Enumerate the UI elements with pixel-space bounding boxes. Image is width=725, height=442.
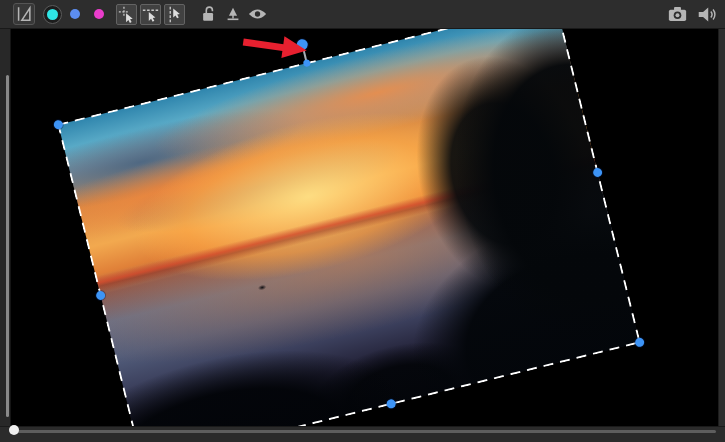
app-window <box>0 0 725 442</box>
snap-vertical-button[interactable] <box>164 4 185 25</box>
arrow-head-icon <box>281 36 308 61</box>
flip-icon <box>15 5 33 23</box>
right-scrollbar-track[interactable] <box>718 29 725 426</box>
camera-button[interactable] <box>666 3 688 25</box>
arrow-body <box>243 39 286 52</box>
flip-tool-button[interactable] <box>13 3 35 25</box>
camera-icon <box>668 6 687 22</box>
pin-icon <box>224 5 242 23</box>
color-swatch-cyan[interactable] <box>43 5 62 24</box>
audio-button[interactable] <box>695 3 717 25</box>
snap-horizontal-icon <box>142 6 159 23</box>
horizontal-scrollbar-track[interactable] <box>0 426 725 442</box>
annotation-arrow <box>242 31 308 62</box>
speaker-icon <box>697 6 716 23</box>
color-swatch-blue[interactable] <box>68 9 82 19</box>
left-scrollbar-track[interactable] <box>0 29 11 426</box>
snap-horizontal-button[interactable] <box>140 4 161 25</box>
color-swatch-magenta[interactable] <box>92 9 106 19</box>
transform-selection[interactable] <box>58 29 639 426</box>
snap-point-icon <box>118 6 135 23</box>
toolbar <box>0 0 725 29</box>
toolbar-right-group <box>666 3 725 25</box>
snap-vertical-icon <box>166 6 183 23</box>
scrollbar-grip-dot[interactable] <box>9 425 19 435</box>
snap-to-point-button[interactable] <box>116 4 137 25</box>
visibility-button[interactable] <box>246 3 268 25</box>
horizontal-scrollbar-thumb[interactable] <box>14 430 716 433</box>
magenta-dot-icon <box>94 9 104 19</box>
handle-bottom-right[interactable] <box>634 337 645 348</box>
selection-marquee <box>57 29 641 426</box>
pin-button[interactable] <box>222 3 244 25</box>
lock-button[interactable] <box>198 3 220 25</box>
lock-open-icon <box>200 5 218 23</box>
vertical-scrollbar-thumb[interactable] <box>6 75 9 417</box>
blue-dot-icon <box>70 9 80 19</box>
canvas-viewport[interactable] <box>11 29 718 426</box>
eye-icon <box>248 7 267 21</box>
cyan-dot-icon <box>47 9 58 20</box>
